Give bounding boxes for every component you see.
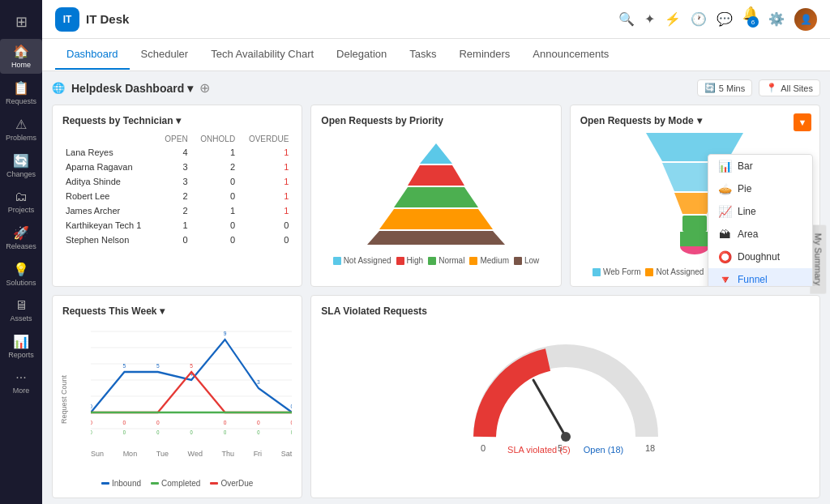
table-row[interactable]: Stephen Nelson 0 0 0	[62, 233, 292, 247]
filter-button[interactable]: ▼	[794, 113, 811, 131]
chart-icon: 📈	[718, 205, 731, 218]
add-dashboard-icon[interactable]: ⊕	[199, 80, 210, 96]
legend-label: Not Assigned	[344, 256, 391, 265]
chart-type-line[interactable]: 📈Line	[708, 200, 812, 223]
chart-type-pie[interactable]: 🥧Pie	[708, 177, 812, 200]
logo-text: IT	[63, 14, 72, 25]
sidebar-item-label: Requests	[6, 97, 36, 105]
svg-rect-10	[680, 232, 709, 246]
table-row[interactable]: Aparna Ragavan 3 2 1	[62, 160, 292, 174]
col-overdue: OVERDUE	[238, 133, 292, 145]
topbar: IT IT Desk 🔍 ✦ ⚡ 🕐 💬 🔔 6 ⚙️ 👤	[42, 0, 830, 39]
chat-icon[interactable]: 💬	[717, 11, 733, 27]
chart-type-area[interactable]: 🏔Area	[708, 223, 812, 246]
sidebar-item-requests[interactable]: 📋 Requests	[0, 75, 42, 110]
gauge-svg: 0 5 18	[460, 331, 671, 453]
y-axis-label: Request Count	[60, 375, 68, 424]
tech-name: Robert Lee	[62, 189, 157, 203]
tech-open: 0	[157, 233, 191, 247]
sidebar-item-home[interactable]: 🏠 Home	[0, 39, 42, 74]
refresh-icon: 🔄	[704, 83, 716, 93]
tech-onhold: 0	[191, 174, 239, 189]
sidebar-item-assets[interactable]: 🖥 Assets	[0, 293, 42, 327]
sidebar-item-problems[interactable]: ⚠ Problems	[0, 112, 42, 147]
tab-reminders[interactable]: Reminders	[447, 40, 521, 70]
table-row[interactable]: Robert Lee 2 0 1	[62, 189, 292, 203]
chevron-down-icon[interactable]: ▾	[160, 305, 165, 317]
settings-icon[interactable]: ⚙️	[768, 11, 785, 27]
tab-scheduler[interactable]: Scheduler	[130, 40, 200, 70]
legend-label: High	[407, 256, 424, 265]
dashboard-title[interactable]: Helpdesk Dashboard ▾	[71, 82, 193, 95]
chart-label: Bar	[738, 160, 753, 172]
requests-icon: 📋	[13, 80, 29, 96]
home-icon: 🏠	[13, 44, 29, 59]
chevron-down-icon[interactable]: ▾	[176, 115, 181, 126]
svg-text:0: 0	[190, 429, 194, 435]
user-avatar[interactable]: 👤	[794, 8, 817, 31]
chart-type-dropdown: 📊Bar🥧Pie📈Line🏔Area⭕Doughnut🔻Funnel🔺Pyram…	[708, 154, 813, 287]
refresh-badge[interactable]: 🔄 5 Mins	[697, 79, 752, 96]
ai-icon[interactable]: ✦	[644, 11, 655, 27]
legend-dot	[514, 257, 522, 265]
chart-type-doughnut[interactable]: ⭕Doughnut	[708, 246, 812, 268]
tab-dashboard[interactable]: Dashboard	[55, 40, 130, 70]
tab-announcements[interactable]: Announcements	[521, 40, 620, 70]
search-icon[interactable]: 🔍	[618, 11, 635, 27]
requests-this-week-card: Requests This Week ▾ Request Count	[52, 295, 302, 498]
legend-label: Low	[524, 256, 539, 265]
chart-icon: 🏔	[718, 228, 731, 241]
priority-legend: Not AssignedHighNormalMediumLow	[321, 256, 550, 265]
legend-item: Medium	[469, 256, 509, 265]
tech-onhold: 1	[191, 203, 239, 218]
bolt-icon[interactable]: ⚡	[665, 11, 681, 27]
tech-open: 2	[157, 189, 191, 203]
chart-type-bar[interactable]: 📊Bar	[708, 155, 812, 177]
sidebar-item-label: Changes	[6, 170, 36, 178]
legend-dot	[101, 482, 109, 485]
sidebar-item-label: Projects	[8, 206, 35, 214]
sidebar-item-label: Home	[11, 61, 31, 69]
tech-overdue: 0	[238, 233, 292, 247]
sidebar-item-label: Releases	[6, 242, 36, 250]
sidebar-item-reports[interactable]: 📊 Reports	[0, 329, 42, 364]
legend-label: Normal	[439, 256, 464, 265]
sites-badge[interactable]: 📍 All Sites	[759, 79, 820, 96]
tab-delegation[interactable]: Delegation	[325, 40, 398, 70]
x-axis-label: Tue	[156, 450, 169, 458]
table-row[interactable]: Aditya Shinde 3 0 1	[62, 174, 292, 189]
chevron-down-icon[interactable]: ▾	[697, 115, 702, 126]
legend-dot	[210, 482, 218, 485]
svg-marker-4	[367, 231, 505, 245]
chart-type-funnel[interactable]: 🔻Funnel	[708, 268, 812, 287]
tab-tech-availability[interactable]: Tech Availability Chart	[199, 40, 325, 70]
sidebar-item-changes[interactable]: 🔄 Changes	[0, 148, 42, 183]
sidebar-item-label: Problems	[6, 134, 36, 142]
bell-icon[interactable]: 🔔 6	[742, 6, 759, 32]
dashboard-header-right: 🔄 5 Mins 📍 All Sites	[697, 79, 820, 96]
more-icon: ···	[15, 370, 26, 385]
tab-tasks[interactable]: Tasks	[398, 40, 447, 70]
tech-name: Karthikeyan Tech 1	[62, 218, 157, 233]
grid-icon[interactable]: ⊞	[9, 6, 34, 37]
problems-icon: ⚠	[15, 117, 27, 132]
chart-label: Line	[738, 206, 756, 217]
requests-this-week-title: Requests This Week ▾	[62, 305, 292, 317]
sidebar-item-projects[interactable]: 🗂 Projects	[0, 185, 42, 219]
clock-icon[interactable]: 🕐	[691, 11, 707, 27]
chart-label: Doughnut	[738, 251, 780, 263]
tech-onhold: 0	[191, 233, 239, 247]
app-logo: IT IT Desk	[55, 7, 129, 32]
sidebar-item-more[interactable]: ··· More	[0, 365, 42, 399]
table-row[interactable]: James Archer 2 1 1	[62, 203, 292, 218]
x-axis-label: Sat	[281, 450, 293, 458]
table-row[interactable]: Karthikeyan Tech 1 1 0 0	[62, 218, 292, 233]
sidebar-item-solutions[interactable]: 💡 Solutions	[0, 257, 42, 292]
svg-point-46	[561, 432, 571, 442]
sidebar-item-releases[interactable]: 🚀 Releases	[0, 220, 42, 255]
tech-table: OPEN ONHOLD OVERDUE Lana Reyes 4 1 1 Apa…	[62, 133, 292, 247]
chart-icon: 📊	[718, 160, 731, 173]
notification-badge: 6	[747, 16, 759, 28]
svg-text:9: 9	[224, 329, 227, 337]
table-row[interactable]: Lana Reyes 4 1 1	[62, 145, 292, 160]
